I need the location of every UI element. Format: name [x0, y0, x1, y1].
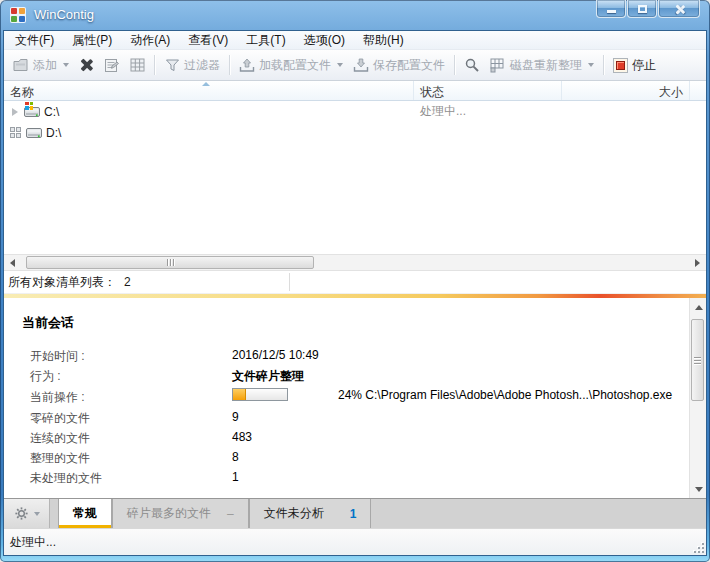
operation-progress-fill: [233, 389, 246, 400]
view-grid-button[interactable]: [124, 54, 150, 76]
session-panel: 当前会话 开始时间 : 2016/12/5 10:49 行为 : 文件碎片整理 …: [4, 298, 706, 498]
app-icon: [10, 7, 26, 23]
load-profile-button[interactable]: 加载配置文件: [234, 54, 348, 77]
drive-list: C:\ 处理中... D:\: [4, 101, 706, 254]
column-header-status[interactable]: 状态: [414, 81, 562, 100]
contiguous-files-label: 连续的文件: [30, 430, 90, 447]
tab-most-fragmented[interactable]: 碎片最多的文件 –: [112, 499, 249, 528]
chevron-down-icon[interactable]: [337, 63, 343, 67]
tab-most-fragmented-label: 碎片最多的文件: [127, 505, 211, 522]
menu-help[interactable]: 帮助(H): [354, 31, 413, 50]
gear-icon: [13, 506, 29, 522]
drive-d-name-cell: D:\: [4, 125, 414, 141]
fragmented-files-value: 9: [232, 410, 239, 424]
start-time-value: 2016/12/5 10:49: [232, 348, 319, 362]
stop-button-label: 停止: [632, 57, 656, 74]
operation-text: 24% C:\Program Files\Adobe\Adobe Photosh…: [338, 388, 672, 402]
vertical-scrollbar-thumb[interactable]: [691, 319, 704, 401]
app-icon-green-cell: [11, 16, 17, 22]
menu-file[interactable]: 文件(F): [6, 31, 63, 50]
horizontal-scrollbar: [4, 254, 706, 271]
add-button-label: 添加: [33, 57, 57, 74]
action-value: 文件碎片整理: [232, 368, 304, 385]
title-bar[interactable]: WinContig: [0, 0, 710, 30]
remove-button[interactable]: [74, 55, 98, 75]
start-time-label: 开始时间 :: [30, 348, 85, 365]
block-grid-icon: [490, 57, 506, 73]
scroll-up-button[interactable]: [690, 300, 706, 315]
tab-general[interactable]: 常规: [58, 499, 112, 528]
chevron-down-icon[interactable]: [588, 63, 594, 67]
scroll-down-button[interactable]: [690, 482, 706, 497]
filter-button[interactable]: 过滤器: [159, 54, 225, 77]
magnifier-icon: [464, 57, 480, 73]
toolbar-separator: [154, 55, 155, 75]
chevron-down-icon: [34, 512, 40, 516]
summary-divider: [289, 273, 290, 291]
menu-options[interactable]: 选项(O): [295, 31, 354, 50]
tray-arrow-down-icon: [353, 57, 369, 73]
stop-button[interactable]: 停止: [608, 54, 661, 77]
menu-tools[interactable]: 工具(T): [237, 31, 294, 50]
status-text: 处理中...: [10, 534, 56, 551]
bottom-tab-bar: 常规 碎片最多的文件 – 文件未分析 1: [4, 498, 706, 528]
maximize-button[interactable]: [627, 0, 657, 18]
horizontal-scrollbar-thumb[interactable]: [26, 256, 314, 269]
session-heading: 当前会话: [22, 314, 74, 332]
close-button[interactable]: [658, 0, 700, 18]
chevron-down-icon[interactable]: [63, 63, 69, 67]
wincontig-window: WinContig 文件(F) 属性(P) 动作(A) 查看(V) 工具(T) …: [0, 0, 710, 562]
note-icon: [103, 57, 119, 73]
current-operation-label: 当前操作 :: [30, 389, 85, 406]
tab-options-button[interactable]: [4, 499, 50, 528]
x-mark-icon: [79, 58, 93, 72]
tab-unanalyzed-label: 文件未分析: [264, 505, 324, 522]
window-controls: [595, 0, 700, 18]
grid-icon: [129, 57, 145, 73]
column-header-size[interactable]: 大小: [562, 81, 690, 100]
folder-icon: [13, 57, 29, 73]
sort-triangle-up-icon: [202, 82, 210, 86]
arrow-down-icon: [695, 487, 703, 492]
add-button[interactable]: 添加: [8, 54, 74, 77]
save-profile-label: 保存配置文件: [373, 57, 445, 74]
arrow-up-icon: [695, 305, 703, 310]
list-item-drive-d[interactable]: D:\: [4, 122, 706, 143]
list-item-drive-c[interactable]: C:\ 处理中...: [4, 101, 706, 122]
menu-action[interactable]: 动作(A): [121, 31, 179, 50]
scroll-left-button[interactable]: [4, 255, 21, 270]
minimize-button[interactable]: [596, 0, 626, 18]
window-title: WinContig: [34, 7, 94, 22]
menu-view[interactable]: 查看(V): [179, 31, 237, 50]
defrag-button[interactable]: 磁盘重新整理: [485, 54, 599, 77]
defragmented-files-label: 整理的文件: [30, 450, 90, 467]
unprocessed-files-value: 1: [232, 470, 239, 484]
defrag-button-label: 磁盘重新整理: [510, 57, 582, 74]
toolbar-separator: [454, 55, 455, 75]
resize-grip[interactable]: [692, 541, 704, 553]
arrow-right-icon: [695, 259, 700, 267]
drive-c-name-cell: C:\: [4, 104, 414, 120]
tab-most-fragmented-suffix: –: [227, 507, 234, 521]
operation-progress-bar: [232, 388, 288, 401]
toolbar-separator: [603, 55, 604, 75]
analyze-button[interactable]: [459, 54, 485, 76]
scroll-right-button[interactable]: [689, 255, 706, 270]
menu-bar: 文件(F) 属性(P) 动作(A) 查看(V) 工具(T) 选项(O) 帮助(H…: [4, 31, 706, 50]
toolbar-separator: [229, 55, 230, 75]
expand-triangle-right-icon[interactable]: [12, 108, 18, 116]
tab-unanalyzed[interactable]: 文件未分析 1: [249, 499, 372, 528]
windows-flag-icon: [25, 102, 33, 110]
load-profile-label: 加载配置文件: [259, 57, 331, 74]
defragmented-files-value: 8: [232, 450, 239, 464]
tab-unanalyzed-badge: 1: [350, 507, 357, 521]
status-bar: 处理中...: [4, 528, 706, 555]
app-icon-orange-cell: [19, 8, 25, 14]
properties-button[interactable]: [98, 54, 124, 76]
maximize-icon: [638, 5, 647, 13]
column-header-filler: [690, 81, 706, 100]
contiguous-files-value: 483: [232, 430, 252, 444]
list-header: 名称 状态 大小: [4, 81, 706, 101]
menu-properties[interactable]: 属性(P): [63, 31, 121, 50]
save-profile-button[interactable]: 保存配置文件: [348, 54, 450, 77]
